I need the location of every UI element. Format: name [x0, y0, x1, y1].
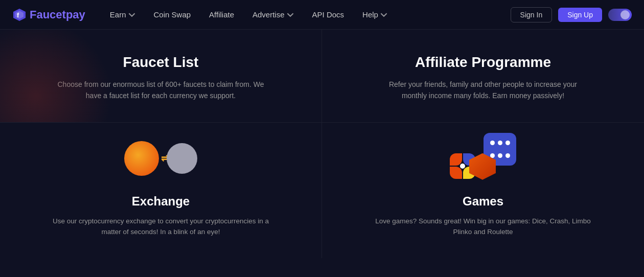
- content: Faucet List Choose from our enormous lis…: [0, 30, 644, 258]
- nav-item-affiliate[interactable]: Affiliate: [201, 7, 242, 22]
- logo-icon: f: [12, 8, 27, 22]
- games-desc: Love games? Sounds great! Win big in our…: [373, 216, 593, 238]
- exchange-section: ⇌ Exchange Use our cryptocurrency exchan…: [0, 123, 322, 258]
- exchange-icon: ⇌: [124, 141, 197, 176]
- affiliate-desc: Refer your friends, family and other peo…: [376, 79, 590, 102]
- games-title: Games: [463, 194, 503, 209]
- sign-in-button[interactable]: Sign In: [511, 7, 553, 22]
- svg-text:f: f: [17, 11, 19, 19]
- exchange-icon-area: ⇌: [128, 133, 194, 184]
- games-section: Games Love games? Sounds great! Win big …: [322, 123, 644, 258]
- toggle-knob: [620, 10, 630, 19]
- nav-item-help[interactable]: Help: [354, 7, 396, 22]
- affiliate-section: Affiliate Programme Refer your friends, …: [322, 30, 644, 122]
- theme-toggle[interactable]: [608, 9, 632, 21]
- logo-text: Faucetpay: [30, 8, 85, 21]
- chevron-down-icon: [287, 11, 294, 18]
- chevron-down-icon: [380, 11, 387, 18]
- nav-item-advertise[interactable]: Advertise: [244, 7, 302, 22]
- top-sections: Faucet List Choose from our enormous lis…: [0, 30, 644, 122]
- exchange-title: Exchange: [132, 194, 190, 209]
- nav-item-apidocs[interactable]: API Docs: [304, 7, 353, 22]
- faucet-list-title: Faucet List: [31, 54, 291, 71]
- nav-items: Earn Coin Swap Affiliate Advertise API D…: [102, 7, 511, 22]
- coin-circle-gray: [167, 143, 197, 174]
- games-icon: [450, 133, 516, 184]
- nav-item-earn[interactable]: Earn: [102, 7, 144, 22]
- navbar: f Faucetpay Earn Coin Swap Affiliate Adv…: [0, 0, 644, 30]
- bottom-sections: ⇌ Exchange Use our cryptocurrency exchan…: [0, 123, 644, 258]
- nav-right: Sign In Sign Up: [511, 7, 632, 22]
- sign-up-button[interactable]: Sign Up: [558, 8, 602, 22]
- faucet-list-section: Faucet List Choose from our enormous lis…: [0, 30, 322, 122]
- chevron-down-icon: [128, 11, 135, 18]
- games-icon-area: [450, 133, 516, 184]
- nav-item-coinswap[interactable]: Coin Swap: [146, 7, 199, 22]
- logo[interactable]: f Faucetpay: [12, 8, 85, 22]
- faucet-list-desc: Choose from our enormous list of 600+ fa…: [54, 79, 268, 102]
- exchange-desc: Use our cryptocurrency exchange to conve…: [51, 216, 271, 238]
- affiliate-title: Affiliate Programme: [353, 54, 613, 71]
- coin-circle-orange: [124, 141, 159, 176]
